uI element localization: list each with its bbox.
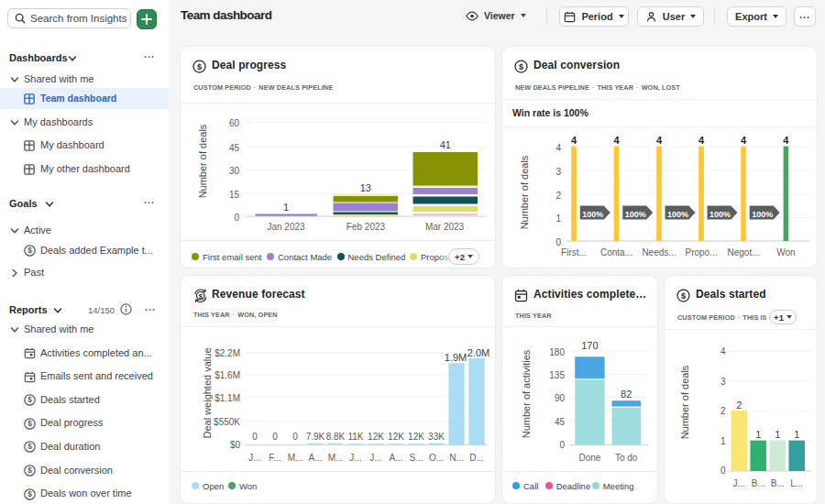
svg-text:$: $ [28,490,32,499]
svg-text:A...: A... [389,453,402,463]
svg-text:1: 1 [775,429,780,440]
svg-text:$550K: $550K [214,417,240,427]
svg-text:M...: M... [288,453,303,463]
svg-text:Conta...: Conta... [600,247,632,257]
svg-text:0: 0 [292,432,298,442]
svg-text:D...: D... [469,453,484,463]
svg-text:82: 82 [621,389,632,400]
svg-text:M...: M... [328,453,344,463]
svg-text:0: 0 [720,466,726,476]
svg-text:15: 15 [229,190,240,200]
svg-text:Jan 2023: Jan 2023 [267,222,305,232]
svg-text:60: 60 [229,118,240,128]
svg-text:$1.6M: $1.6M [214,370,240,380]
svg-text:B...: B... [752,478,765,488]
svg-text:1: 1 [556,214,561,224]
svg-text:2: 2 [556,191,561,201]
svg-text:170: 170 [581,340,598,351]
svg-text:7.9K: 7.9K [306,432,325,442]
svg-text:S...: S... [409,453,423,463]
svg-text:L...: L... [790,478,803,488]
svg-text:To do: To do [615,453,638,463]
svg-text:41: 41 [440,139,451,150]
svg-text:180: 180 [549,347,565,357]
svg-text:Mar 2023: Mar 2023 [425,222,465,232]
svg-text:45: 45 [229,143,240,153]
svg-text:Feb 2023: Feb 2023 [346,222,386,232]
svg-text:$: $ [28,466,32,475]
svg-text:0: 0 [272,432,278,442]
svg-text:$: $ [519,62,523,71]
svg-text:2: 2 [736,400,742,411]
svg-text:4: 4 [720,346,726,356]
svg-text:100%: 100% [710,210,731,219]
svg-text:4: 4 [783,135,789,146]
svg-text:90: 90 [555,393,566,403]
svg-text:1: 1 [720,436,726,446]
svg-text:0: 0 [234,213,239,223]
svg-text:1: 1 [794,429,799,440]
svg-text:Needs...: Needs... [642,247,676,257]
svg-text:1: 1 [283,202,289,213]
svg-text:8.8K: 8.8K [326,432,346,442]
svg-text:J...: J... [248,453,260,463]
svg-text:3: 3 [720,377,726,387]
svg-text:$2.2M: $2.2M [214,348,240,358]
svg-text:3: 3 [556,167,561,177]
svg-text:100%: 100% [582,210,603,219]
svg-text:N...: N... [449,453,464,463]
svg-text:100%: 100% [625,210,646,219]
svg-text:$: $ [28,420,32,428]
svg-text:1: 1 [755,429,761,440]
svg-text:F...: F... [269,453,280,463]
svg-text:11K: 11K [347,432,363,442]
svg-text:100%: 100% [752,210,773,219]
svg-text:135: 135 [549,370,565,380]
svg-text:0: 0 [559,440,565,450]
svg-text:0: 0 [252,432,258,442]
svg-text:33K: 33K [428,432,445,442]
svg-text:$: $ [197,62,202,71]
svg-text:O...: O... [429,453,444,463]
svg-text:$0: $0 [230,440,241,450]
svg-text:B...: B... [771,478,785,488]
svg-text:$: $ [681,291,686,301]
svg-text:100%: 100% [667,210,688,219]
svg-text:12K: 12K [388,432,404,442]
svg-text:13: 13 [360,182,371,193]
svg-text:Propo...: Propo... [685,247,717,257]
svg-text:A...: A... [308,453,322,463]
svg-text:$: $ [28,444,32,452]
svg-text:12K: 12K [368,432,384,442]
svg-text:4: 4 [556,143,561,153]
svg-text:J...: J... [733,478,745,488]
svg-text:J...: J... [369,453,381,463]
svg-text:4: 4 [698,135,705,146]
svg-text:Won: Won [776,247,795,257]
svg-text:4: 4 [613,135,620,146]
svg-text:1.9M: 1.9M [445,352,467,363]
svg-text:2: 2 [720,406,726,416]
svg-text:First...: First... [561,247,587,257]
svg-text:Done: Done [578,453,600,463]
svg-text:4: 4 [741,135,747,146]
svg-text:Negot...: Negot... [727,247,759,257]
svg-text:30: 30 [229,166,240,176]
svg-text:4: 4 [656,135,663,146]
svg-text:2.0M: 2.0M [468,347,490,358]
svg-text:45: 45 [555,417,566,427]
svg-text:$1.1M: $1.1M [214,393,240,403]
svg-text:0: 0 [556,237,561,247]
svg-text:$: $ [28,247,32,255]
svg-text:$: $ [28,397,32,405]
svg-text:12K: 12K [408,432,424,442]
svg-text:4: 4 [571,135,578,146]
svg-text:J...: J... [349,453,361,463]
